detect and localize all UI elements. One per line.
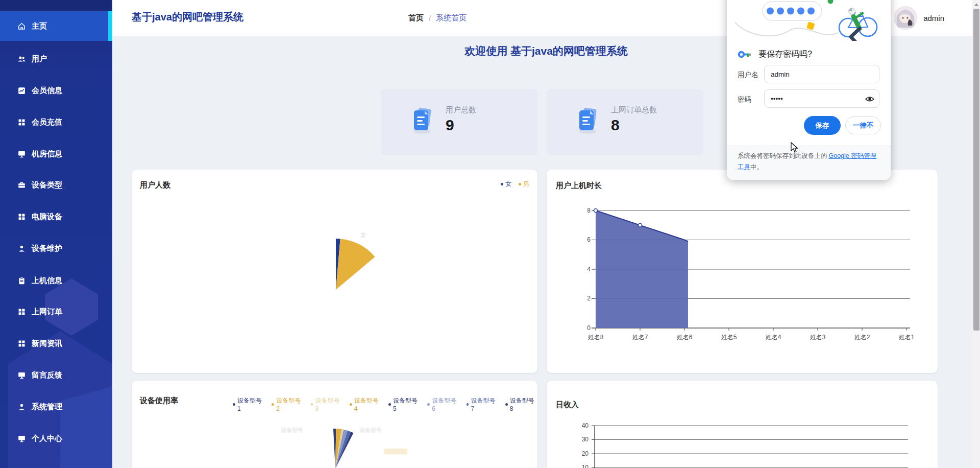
page-title: 基于java的网吧管理系统 — [132, 10, 243, 24]
grid-icon — [17, 308, 26, 316]
sidebar-item-member-info[interactable]: 会员信息 — [0, 79, 112, 102]
legend-item[interactable]: 设备型号6 — [427, 396, 459, 412]
breadcrumb-home[interactable]: 首页 — [408, 13, 424, 23]
legend-item[interactable]: 设备型号5 — [388, 396, 421, 412]
avatar[interactable] — [894, 6, 917, 30]
chart-card-usage-time: 用户上机时长 8 6 4 2 0 姓名8 姓名7 姓名 — [547, 170, 938, 373]
password-field[interactable] — [764, 89, 879, 108]
legend-item[interactable]: 设备型号4 — [350, 396, 382, 412]
users-icon — [17, 55, 26, 63]
sidebar-item-label: 留言反馈 — [32, 370, 62, 380]
app-root: 主页 用户 会员信息 会员充值 机房信息 — [0, 0, 980, 468]
legend-item[interactable]: 设备型号8 — [505, 396, 537, 412]
x-tick: 姓名8 — [579, 333, 612, 342]
sidebar-item-personal-center[interactable]: 个人中心 — [0, 427, 112, 450]
sidebar-item-label: 会员充值 — [32, 118, 62, 127]
y-tick: 2 — [575, 295, 591, 302]
pie-chart — [280, 233, 392, 346]
sidebar-item-feedback[interactable]: 留言反馈 — [0, 364, 112, 386]
legend-dot — [501, 183, 503, 185]
legend-item[interactable]: 设备型号2 — [272, 396, 304, 412]
legend-label: 设备型号5 — [393, 396, 421, 412]
legend-item-male[interactable]: 男 — [519, 180, 529, 189]
breadcrumb-current[interactable]: 系统首页 — [436, 13, 467, 23]
never-save-button[interactable]: 一律不 — [845, 116, 881, 134]
user-box: admin — [894, 0, 944, 36]
sidebar-item-home[interactable]: 主页 — [0, 11, 108, 41]
legend-item[interactable]: 设备型号7 — [467, 396, 499, 412]
sidebar-item-label: 上机信息 — [32, 276, 62, 286]
sidebar-item-computer-devices[interactable]: 电脑设备 — [0, 205, 112, 228]
stat-label: 用户总数 — [446, 105, 476, 115]
scrollbar-up-arrow[interactable] — [974, 3, 978, 6]
sidebar-item-label: 电脑设备 — [32, 212, 62, 222]
sidebar-item-news[interactable]: 新闻资讯 — [0, 332, 112, 355]
sidebar-top-strip — [0, 0, 112, 11]
monitor-icon — [17, 150, 26, 158]
sidebar-item-label: 会员信息 — [32, 86, 62, 96]
key-icon — [738, 50, 751, 61]
sidebar-item-label: 机房信息 — [32, 149, 62, 159]
sidebar-item-device-type[interactable]: 设备类型 — [0, 174, 112, 196]
y-tick: 4 — [575, 266, 591, 273]
sidebar-item-session-info[interactable]: 上机信息 — [0, 269, 112, 292]
user-icon — [17, 403, 26, 411]
legend-dot — [272, 403, 274, 406]
data-point[interactable] — [639, 223, 642, 227]
y-tick: 10 — [573, 464, 589, 468]
grid-icon — [17, 339, 26, 348]
briefcase-icon — [17, 181, 26, 190]
document-icon — [573, 105, 602, 136]
chart-legend: 设备型号1 设备型号2 设备型号3 设备型号4 设备型号5 设备型号6 设备型号… — [233, 396, 537, 412]
stat-value: 9 — [446, 116, 454, 134]
scrollbar[interactable] — [972, 0, 980, 468]
sidebar-item-room-info[interactable]: 机房信息 — [0, 143, 112, 165]
eye-icon — [865, 94, 875, 104]
x-tick: 姓名3 — [801, 333, 834, 342]
legend-item[interactable]: 设备型号1 — [233, 396, 265, 412]
legend-label: 男 — [523, 180, 529, 189]
monitor-icon — [17, 434, 26, 443]
sidebar-item-label: 设备类型 — [32, 180, 62, 190]
cyclist-illustration — [839, 8, 877, 41]
sidebar-item-member-recharge[interactable]: 会员充值 — [0, 111, 112, 133]
username-field[interactable] — [764, 65, 879, 83]
legend-label: 设备型号4 — [354, 396, 382, 412]
show-password-button[interactable] — [865, 94, 875, 104]
save-password-button[interactable]: 保存 — [804, 116, 841, 135]
sidebar-item-label: 设备维护 — [32, 244, 62, 253]
legend-dot — [388, 403, 391, 406]
legend-dot — [350, 403, 352, 406]
sidebar-item-online-orders[interactable]: 上网订单 — [0, 300, 112, 323]
legend-item[interactable]: 设备型号3 — [311, 396, 343, 412]
sidebar-item-label: 上网订单 — [32, 307, 62, 317]
user-icon — [17, 244, 26, 253]
legend-label: 设备型号3 — [315, 396, 342, 412]
legend-label: 设备型号2 — [276, 396, 304, 412]
data-point[interactable] — [594, 209, 598, 213]
username[interactable]: admin — [923, 14, 944, 22]
legend-item-female[interactable]: 女 — [501, 180, 511, 189]
sidebar-item-users[interactable]: 用户 — [0, 48, 112, 70]
scrollbar-thumb[interactable] — [973, 9, 979, 331]
grid-icon — [17, 213, 26, 221]
sidebar-item-system-management[interactable]: 系统管理 — [0, 395, 112, 418]
y-tick: 6 — [575, 236, 591, 243]
dialog-footer: 系统会将密码保存到此设备上的 Google 密码管理工具中。 — [727, 146, 891, 180]
password-label: 密码 — [738, 95, 751, 104]
x-tick: 姓名5 — [713, 333, 745, 342]
chart-title: 用户人数 — [140, 180, 170, 190]
x-tick: 姓名6 — [668, 333, 701, 342]
pie-slice-male[interactable] — [336, 239, 375, 290]
y-tick: 40 — [573, 422, 589, 429]
password-save-dialog: 要保存密码吗? 用户名 密码 保存 一律不 系统会将密码保存到此设备上的 Goo… — [727, 0, 891, 180]
home-icon — [17, 22, 26, 31]
legend-label: 设备型号8 — [510, 396, 537, 412]
chart-icon — [17, 86, 26, 95]
x-tick: 姓名1 — [890, 333, 923, 342]
legend-dot — [467, 403, 469, 406]
pie-ghost-label: 女 — [360, 231, 366, 240]
password-dialog-illustration — [727, 0, 891, 41]
sidebar-item-device-maintenance[interactable]: 设备维护 — [0, 237, 112, 260]
sidebar-item-label: 主页 — [32, 21, 47, 31]
